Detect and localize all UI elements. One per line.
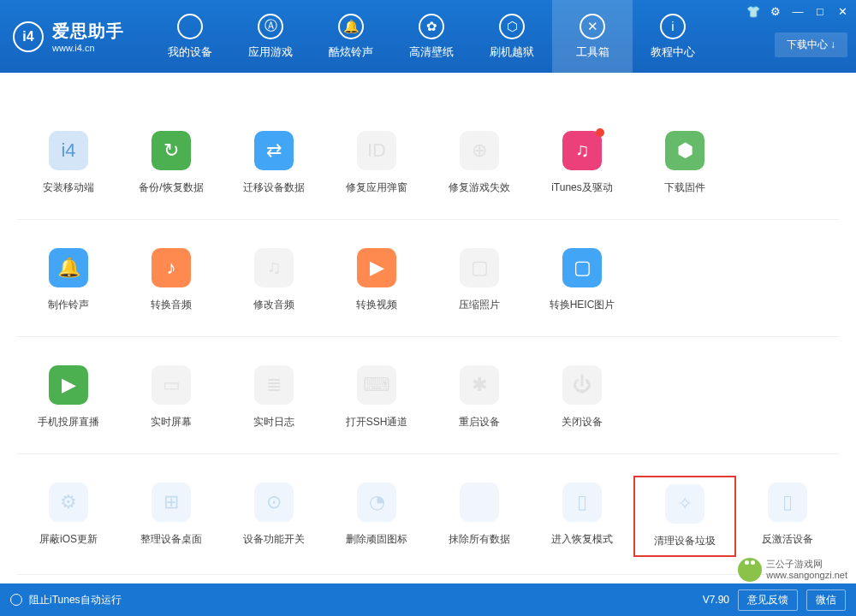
notification-badge xyxy=(596,128,604,137)
tool-label: 抹除所有数据 xyxy=(449,532,510,547)
tool-icon: ↻ xyxy=(152,131,191,170)
tool-item[interactable]: ⚙屏蔽iOS更新 xyxy=(17,476,120,557)
tool-section-0: i4安装移动端↻备份/恢复数据⇄迁移设备数据ID修复应用弹窗⊕修复游戏失效♫iT… xyxy=(17,124,839,220)
nav-tab-2[interactable]: 🔔酷炫铃声 xyxy=(311,0,391,73)
tool-icon: ♪ xyxy=(152,248,191,287)
tool-label: iTunes及驱动 xyxy=(551,181,613,195)
itunes-block-toggle[interactable] xyxy=(10,594,22,606)
tool-icon: ⇄ xyxy=(254,131,294,170)
tool-item[interactable]: ID修复应用弹窗 xyxy=(325,124,428,202)
nav-label: 酷炫铃声 xyxy=(329,44,373,60)
tool-item[interactable]: ⊕修复游戏失效 xyxy=(428,124,531,202)
tool-item[interactable]: ↻备份/恢复数据 xyxy=(120,124,223,202)
tool-icon: ⊕ xyxy=(460,131,499,170)
tool-icon: ID xyxy=(357,131,396,170)
tool-item[interactable]: ⬢下载固件 xyxy=(633,124,736,202)
wechat-button[interactable]: 微信 xyxy=(806,589,846,611)
tools-icon: ✕ xyxy=(580,14,605,39)
tool-icon: ⚙ xyxy=(49,483,88,522)
status-bar: 阻止iTunes自动运行 V7.90 意见反馈 微信 xyxy=(0,583,856,616)
nav-label: 我的设备 xyxy=(168,44,212,60)
tool-label: 实时日志 xyxy=(253,415,294,429)
tool-label: 设备功能开关 xyxy=(243,532,305,547)
tool-item[interactable]: ⌨打开SSH通道 xyxy=(325,358,428,436)
apple-icon xyxy=(177,14,203,39)
tool-item[interactable]: 抹除所有数据 xyxy=(428,476,531,557)
info-icon: i xyxy=(660,14,686,39)
tool-item[interactable]: ♫iTunes及驱动 xyxy=(531,124,633,202)
tool-icon: ▯ xyxy=(768,483,807,522)
logo-area: i4 爱思助手 www.i4.cn xyxy=(13,20,124,53)
tool-icon: ⌨ xyxy=(357,365,396,405)
tool-label: 迁移设备数据 xyxy=(243,181,305,195)
tool-icon: ▯ xyxy=(562,483,602,522)
tool-label: 修复应用弹窗 xyxy=(346,181,407,195)
tool-item[interactable]: ⏻关闭设备 xyxy=(531,358,633,436)
tool-icon: ♫ xyxy=(254,248,294,287)
tool-label: 备份/恢复数据 xyxy=(139,181,203,195)
tool-item[interactable]: ▶手机投屏直播 xyxy=(17,358,120,436)
tool-item[interactable]: ≣实时日志 xyxy=(223,358,325,436)
tool-label: 关闭设备 xyxy=(562,415,603,429)
tool-label: 下载固件 xyxy=(664,181,705,195)
skin-icon[interactable]: 👕 xyxy=(746,5,760,18)
download-center-button[interactable]: 下载中心 ↓ xyxy=(775,33,847,57)
tool-label: 转换HEIC图片 xyxy=(550,298,615,312)
footer-right: V7.90 意见反馈 微信 xyxy=(703,589,846,611)
app-title: 爱思助手 xyxy=(52,20,124,43)
tool-item[interactable]: ⊞整理设备桌面 xyxy=(120,476,223,557)
tool-item[interactable]: ✧清理设备垃圾 xyxy=(633,476,736,557)
tool-item[interactable]: ▢转换HEIC图片 xyxy=(531,241,633,319)
tool-icon: ▶ xyxy=(357,248,396,287)
nav-tab-0[interactable]: 我的设备 xyxy=(150,0,230,73)
tool-item[interactable]: ▶转换视频 xyxy=(325,241,428,319)
maximize-button[interactable]: □ xyxy=(813,5,827,18)
tool-icon: ⊞ xyxy=(152,483,191,522)
tool-icon: ⬢ xyxy=(665,131,704,170)
tool-item[interactable]: ✱重启设备 xyxy=(428,358,531,436)
nav-label: 高清壁纸 xyxy=(409,44,454,60)
app-header: i4 爱思助手 www.i4.cn 我的设备Ⓐ应用游戏🔔酷炫铃声✿高清壁纸⬡刷机… xyxy=(0,0,856,73)
flower-icon: ✿ xyxy=(419,14,444,39)
close-button[interactable]: ✕ xyxy=(835,5,849,18)
app-subtitle: www.i4.cn xyxy=(52,43,124,53)
tool-item[interactable]: 🔔制作铃声 xyxy=(17,241,120,319)
version-label: V7.90 xyxy=(703,594,729,606)
tool-icon xyxy=(460,483,499,522)
nav-tab-1[interactable]: Ⓐ应用游戏 xyxy=(230,0,311,73)
tool-item[interactable]: ♪转换音频 xyxy=(120,241,223,319)
app-icon: Ⓐ xyxy=(258,14,283,39)
tool-item[interactable]: ▯进入恢复模式 xyxy=(531,476,633,557)
tool-icon: 🔔 xyxy=(49,248,88,287)
tool-icon: i4 xyxy=(49,131,88,170)
tool-item[interactable]: ▯反激活设备 xyxy=(736,476,839,557)
tool-item[interactable]: ♫修改音频 xyxy=(223,241,325,319)
tool-item[interactable]: ◔删除顽固图标 xyxy=(325,476,428,557)
tool-item[interactable]: ⊙设备功能开关 xyxy=(223,476,325,557)
tool-item[interactable]: ▢压缩照片 xyxy=(428,241,531,319)
tool-label: 删除顽固图标 xyxy=(346,532,407,547)
nav-tab-6[interactable]: i教程中心 xyxy=(633,0,713,73)
nav-label: 刷机越狱 xyxy=(490,44,534,60)
nav-tab-5[interactable]: ✕工具箱 xyxy=(552,0,633,73)
bell-icon: 🔔 xyxy=(338,14,364,39)
tool-item[interactable]: ▭实时屏幕 xyxy=(120,358,223,436)
itunes-block-label: 阻止iTunes自动运行 xyxy=(29,593,122,607)
tool-item[interactable]: i4安装移动端 xyxy=(17,124,120,202)
watermark-icon xyxy=(738,558,762,582)
window-controls: 👕 ⚙ — □ ✕ xyxy=(746,5,849,18)
tool-label: 手机投屏直播 xyxy=(38,415,99,429)
tool-item[interactable]: ⇄迁移设备数据 xyxy=(223,124,325,202)
nav-tab-4[interactable]: ⬡刷机越狱 xyxy=(472,0,552,73)
tool-icon: ▢ xyxy=(460,248,499,287)
nav-tab-3[interactable]: ✿高清壁纸 xyxy=(391,0,472,73)
settings-icon[interactable]: ⚙ xyxy=(769,5,782,18)
tool-label: 修复游戏失效 xyxy=(449,181,510,195)
nav-label: 工具箱 xyxy=(576,44,609,60)
nav-label: 应用游戏 xyxy=(248,44,293,60)
minimize-button[interactable]: — xyxy=(791,5,805,18)
feedback-button[interactable]: 意见反馈 xyxy=(738,589,798,611)
tool-label: 整理设备桌面 xyxy=(140,532,202,547)
tool-section-1: 🔔制作铃声♪转换音频♫修改音频▶转换视频▢压缩照片▢转换HEIC图片 xyxy=(17,241,839,337)
tool-label: 反激活设备 xyxy=(762,532,813,547)
